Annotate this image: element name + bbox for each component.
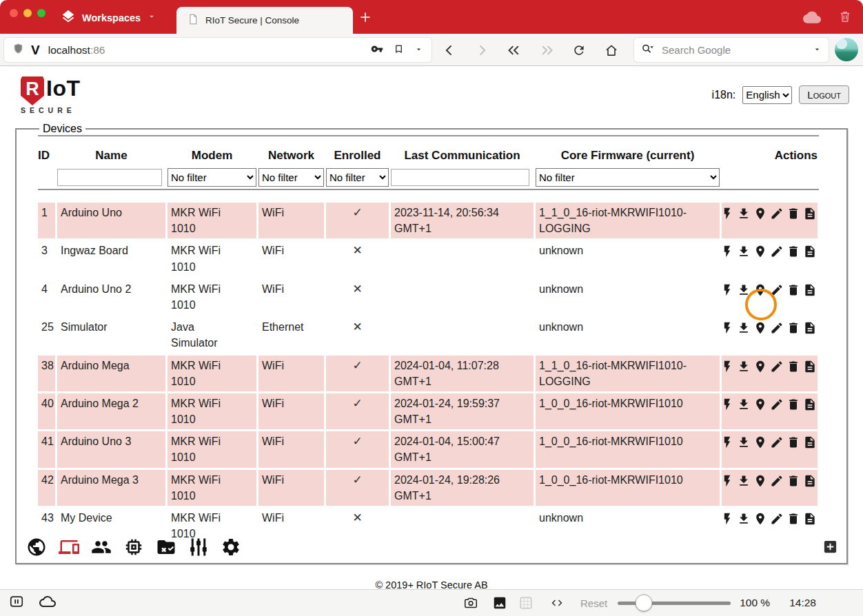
forward-button[interactable] <box>474 43 490 57</box>
location-icon[interactable] <box>753 474 767 488</box>
devices-icon[interactable] <box>59 537 79 557</box>
download-icon[interactable] <box>737 207 751 220</box>
workspaces-menu[interactable]: Workspaces <box>61 9 156 26</box>
download-icon[interactable] <box>737 360 751 373</box>
download-icon[interactable] <box>737 474 751 488</box>
add-device-button[interactable] <box>822 539 838 555</box>
sync-cloud-icon[interactable] <box>803 10 821 26</box>
download-icon[interactable] <box>737 283 751 297</box>
delete-icon[interactable] <box>786 283 800 297</box>
close-window-button[interactable] <box>10 9 18 17</box>
toggle-images-icon[interactable] <box>491 595 508 610</box>
logs-icon[interactable] <box>803 435 817 449</box>
minimize-window-button[interactable] <box>23 9 32 17</box>
location-icon[interactable] <box>753 512 767 526</box>
edit-icon[interactable] <box>770 321 784 335</box>
folder-rule-icon[interactable] <box>156 537 176 557</box>
capture-page-icon[interactable] <box>463 595 479 610</box>
location-icon[interactable] <box>753 321 767 335</box>
flash-icon[interactable] <box>720 512 734 526</box>
gear-icon[interactable] <box>221 537 241 557</box>
logs-icon[interactable] <box>803 283 817 297</box>
edit-icon[interactable] <box>770 360 784 373</box>
modem-filter-select[interactable]: No filter <box>167 168 256 187</box>
logs-icon[interactable] <box>803 207 817 220</box>
flash-icon[interactable] <box>720 474 734 488</box>
code-view-icon[interactable] <box>550 597 564 609</box>
delete-icon[interactable] <box>786 398 800 411</box>
delete-icon[interactable] <box>786 360 800 373</box>
back-button[interactable] <box>441 43 458 57</box>
address-field[interactable]: V localhost:86 <box>4 38 432 62</box>
sliders-icon[interactable] <box>188 537 209 557</box>
delete-icon[interactable] <box>786 435 800 449</box>
edit-icon[interactable] <box>770 474 784 488</box>
location-icon[interactable] <box>753 283 767 297</box>
language-select[interactable]: English <box>742 86 792 104</box>
reload-button[interactable] <box>571 43 587 57</box>
logs-icon[interactable] <box>803 512 817 526</box>
flash-icon[interactable] <box>720 207 734 220</box>
delete-icon[interactable] <box>786 207 800 220</box>
trash-icon[interactable] <box>838 9 852 27</box>
new-tab-button[interactable] <box>358 10 372 24</box>
edit-icon[interactable] <box>770 245 784 258</box>
delete-icon[interactable] <box>786 474 800 488</box>
download-icon[interactable] <box>737 512 751 526</box>
edit-icon[interactable] <box>770 512 784 526</box>
rewind-button[interactable] <box>506 43 522 57</box>
search-box[interactable] <box>634 38 829 62</box>
delete-icon[interactable] <box>786 512 800 526</box>
shield-icon[interactable] <box>12 42 24 58</box>
zoom-window-button[interactable] <box>37 9 45 17</box>
logs-icon[interactable] <box>803 245 817 258</box>
logout-button[interactable]: Logout <box>799 85 849 104</box>
download-icon[interactable] <box>737 321 751 335</box>
zoom-slider-thumb[interactable] <box>635 595 652 612</box>
logs-icon[interactable] <box>803 360 817 373</box>
flash-icon[interactable] <box>720 398 734 411</box>
location-icon[interactable] <box>753 207 767 220</box>
enrolled-filter-select[interactable]: No filter <box>326 168 389 187</box>
edit-icon[interactable] <box>770 283 784 297</box>
chevron-down-icon[interactable] <box>813 44 822 57</box>
search-input[interactable] <box>660 43 807 57</box>
tab-riot-secure-console[interactable]: RIoT Secure | Console <box>176 7 353 34</box>
location-icon[interactable] <box>753 435 767 449</box>
chip-icon[interactable] <box>123 537 144 557</box>
download-icon[interactable] <box>737 398 751 411</box>
delete-icon[interactable] <box>786 245 800 258</box>
logs-icon[interactable] <box>803 474 817 488</box>
key-icon[interactable] <box>371 43 383 58</box>
location-icon[interactable] <box>753 398 767 411</box>
flash-icon[interactable] <box>720 245 734 258</box>
flash-icon[interactable] <box>720 321 734 335</box>
home-button[interactable] <box>603 43 620 57</box>
zoom-reset-button[interactable]: Reset <box>580 597 607 609</box>
name-filter-input[interactable] <box>57 169 162 186</box>
page-tiling-icon[interactable] <box>518 595 534 610</box>
flash-icon[interactable] <box>720 360 734 373</box>
people-icon[interactable] <box>91 537 112 557</box>
logs-icon[interactable] <box>803 321 817 335</box>
edit-icon[interactable] <box>770 398 784 411</box>
edit-icon[interactable] <box>770 435 784 449</box>
pause-button[interactable] <box>8 594 25 612</box>
last-communication-filter-input[interactable] <box>391 169 529 186</box>
zoom-slider[interactable] <box>618 602 731 605</box>
download-icon[interactable] <box>737 435 751 449</box>
flash-icon[interactable] <box>720 283 734 297</box>
fast-forward-button[interactable] <box>538 43 555 57</box>
globe-icon[interactable] <box>26 537 47 557</box>
profile-avatar[interactable] <box>835 38 858 61</box>
flash-icon[interactable] <box>720 435 734 449</box>
logs-icon[interactable] <box>803 398 817 411</box>
firmware-filter-select[interactable]: No filter <box>536 168 720 187</box>
download-icon[interactable] <box>737 245 751 258</box>
location-icon[interactable] <box>753 245 767 258</box>
cloud-icon[interactable] <box>39 595 57 611</box>
delete-icon[interactable] <box>786 321 800 335</box>
network-filter-select[interactable]: No filter <box>258 168 324 187</box>
chevron-down-icon[interactable] <box>414 44 423 57</box>
edit-icon[interactable] <box>770 207 784 220</box>
